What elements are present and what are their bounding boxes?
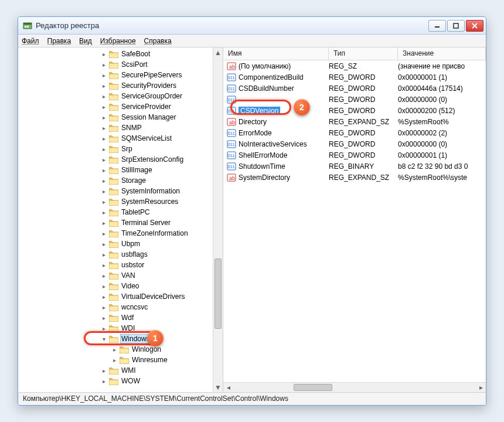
expand-icon[interactable]: ▸ (100, 315, 107, 321)
expand-icon[interactable]: ▾ (100, 336, 107, 342)
expand-icon[interactable]: ▸ (100, 146, 107, 152)
value-row[interactable]: 011NoInteractiveServicesREG_DWORD0x00000… (223, 138, 486, 149)
folder-icon (120, 346, 129, 353)
value-row[interactable]: 011REG_DWORD0x00000000 (0) (223, 94, 486, 105)
tree-node[interactable]: ▸ServiceGroupOrder (18, 91, 213, 101)
tree-node[interactable]: ▸SystemInformation (18, 186, 213, 196)
tree-node[interactable]: ▸wcncsvc (18, 302, 213, 312)
col-value[interactable]: Значение (398, 47, 486, 60)
registry-tree[interactable]: ▸SafeBoot▸ScsiPort▸SecurePipeServers▸Sec… (18, 47, 213, 392)
expand-icon[interactable]: ▸ (100, 51, 107, 57)
titlebar[interactable]: Редактор реестра (18, 17, 486, 35)
menu-favorites[interactable]: Избранное (100, 37, 136, 45)
expand-icon[interactable]: ▸ (111, 357, 118, 363)
expand-icon[interactable]: ▸ (100, 62, 107, 68)
expand-icon[interactable]: ▸ (100, 135, 107, 142)
tree-node[interactable]: ▸Ubpm (18, 239, 213, 249)
close-button[interactable] (466, 20, 483, 32)
menu-file[interactable]: Файл (22, 37, 39, 45)
value-row[interactable]: 011ComponentizedBuildREG_DWORD0x00000001… (223, 72, 486, 83)
value-row[interactable]: 011ErrorModeREG_DWORD0x00000002 (2) (223, 127, 486, 138)
expand-icon[interactable]: ▸ (100, 251, 107, 258)
expand-icon[interactable]: ▸ (100, 104, 107, 110)
value-row[interactable]: 011CSDVersionREG_DWORD0x00000200 (512) (223, 105, 486, 116)
expand-icon[interactable]: ▸ (100, 167, 107, 173)
tree-node[interactable]: ▸usbstor (18, 260, 213, 270)
menu-view[interactable]: Вид (79, 37, 92, 45)
value-row[interactable]: abDirectoryREG_EXPAND_SZ%SystemRoot% (223, 116, 486, 127)
tree-node[interactable]: ▸Storage (18, 175, 213, 186)
tree-node[interactable]: ▸WMI (18, 365, 213, 376)
tree-node[interactable]: ▸Video (18, 281, 213, 291)
expand-icon[interactable]: ▸ (100, 209, 107, 216)
menu-help[interactable]: Справка (144, 37, 172, 45)
expand-icon[interactable]: ▸ (100, 294, 107, 300)
tree-node[interactable]: ▸SQMServiceList (18, 133, 213, 144)
scroll-down-icon[interactable]: ▼ (213, 382, 223, 392)
tree-node[interactable]: ▸SNMP (18, 122, 213, 133)
minimize-button[interactable] (428, 20, 446, 32)
expand-icon[interactable]: ▸ (100, 325, 107, 332)
expand-icon[interactable]: ▸ (100, 304, 107, 311)
tree-node[interactable]: ▾Windows (18, 333, 213, 344)
value-row[interactable]: abSystemDirectoryREG_EXPAND_SZ%SystemRoo… (223, 172, 486, 183)
tree-node[interactable]: ▸ScsiPort (18, 59, 213, 70)
tree-node[interactable]: ▸Winlogon (18, 344, 213, 355)
scroll-up-icon[interactable]: ▲ (213, 47, 223, 57)
expand-icon[interactable]: ▸ (100, 199, 107, 205)
expand-icon[interactable]: ▸ (100, 262, 107, 268)
tree-node[interactable]: ▸TabletPC (18, 207, 213, 217)
scroll-thumb[interactable] (214, 258, 222, 329)
value-row[interactable]: ab(По умолчанию)REG_SZ(значение не присв… (223, 60, 486, 72)
tree-node[interactable]: ▸WOW (18, 376, 213, 386)
tree-node[interactable]: ▸usbflags (18, 249, 213, 260)
tree-node[interactable]: ▸Wdf (18, 312, 213, 323)
expand-icon[interactable]: ▸ (100, 114, 107, 121)
tree-scrollbar[interactable]: ▲ ▼ (213, 47, 223, 392)
tree-node[interactable]: ▸SrpExtensionConfig (18, 154, 213, 165)
folder-icon (109, 156, 118, 164)
expand-icon[interactable]: ▸ (100, 93, 107, 100)
expand-icon[interactable]: ▸ (100, 220, 107, 226)
expand-icon[interactable]: ▸ (100, 178, 107, 184)
expand-icon[interactable]: ▸ (100, 273, 107, 279)
hscroll-thumb[interactable] (294, 384, 332, 391)
col-name[interactable]: Имя (223, 47, 329, 60)
tree-node[interactable]: ▸VAN (18, 270, 213, 281)
expand-icon[interactable]: ▸ (100, 72, 107, 79)
col-type[interactable]: Тип (329, 47, 398, 60)
tree-node[interactable]: ▸StillImage (18, 165, 213, 175)
tree-node[interactable]: ▸SystemResources (18, 196, 213, 207)
tree-node[interactable]: ▸SecurePipeServers (18, 70, 213, 80)
tree-node[interactable]: ▸Session Manager (18, 112, 213, 122)
tree-node[interactable]: ▸SafeBoot (18, 49, 213, 59)
tree-node[interactable]: ▸WDI (18, 323, 213, 333)
tree-node[interactable]: ▸ServiceProvider (18, 101, 213, 112)
tree-node[interactable]: ▸Winresume (18, 355, 213, 365)
value-row[interactable]: 011CSDBuildNumberREG_DWORD0x0000446a (17… (223, 83, 486, 94)
expand-icon[interactable]: ▸ (100, 241, 107, 247)
tree-node[interactable]: ▸VirtualDeviceDrivers (18, 291, 213, 302)
scroll-right-icon[interactable]: ▸ (476, 383, 486, 392)
tree-node[interactable]: ▸Srp (18, 144, 213, 154)
scroll-left-icon[interactable]: ◂ (223, 383, 233, 392)
expand-icon[interactable]: ▸ (100, 156, 107, 163)
menu-edit[interactable]: Правка (47, 37, 71, 45)
value-list[interactable]: ab(По умолчанию)REG_SZ(значение не присв… (223, 60, 486, 382)
list-hscrollbar[interactable]: ◂ ▸ (223, 382, 486, 392)
value-row[interactable]: 011ShellErrorModeREG_DWORD0x00000001 (1) (223, 149, 486, 161)
expand-icon[interactable]: ▸ (100, 367, 107, 374)
expand-icon[interactable]: ▸ (100, 378, 107, 384)
expand-icon[interactable]: ▸ (111, 346, 118, 353)
tree-node[interactable]: ▸Terminal Server (18, 217, 213, 228)
expand-icon[interactable]: ▸ (100, 283, 107, 290)
expand-icon[interactable]: ▸ (100, 83, 107, 89)
value-row[interactable]: 011ShutdownTimeREG_BINARYb8 c2 f2 32 90 … (223, 161, 486, 172)
tree-node[interactable]: ▸SecurityProviders (18, 80, 213, 91)
expand-icon[interactable]: ▸ (100, 188, 107, 195)
maximize-button[interactable] (447, 20, 465, 32)
expand-icon[interactable]: ▸ (100, 230, 107, 237)
folder-icon (109, 251, 118, 258)
expand-icon[interactable]: ▸ (100, 125, 107, 131)
tree-node[interactable]: ▸TimeZoneInformation (18, 228, 213, 239)
